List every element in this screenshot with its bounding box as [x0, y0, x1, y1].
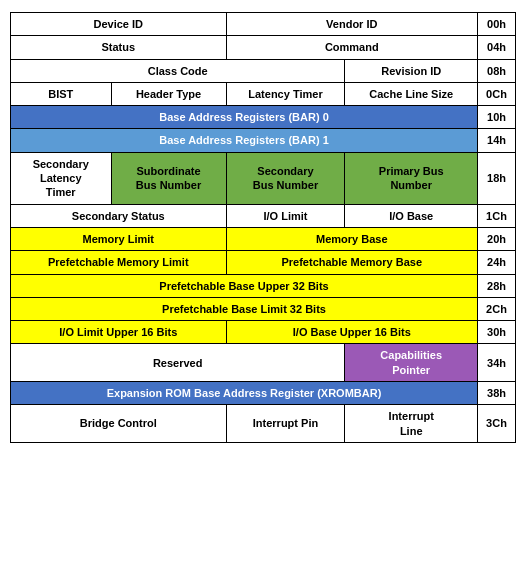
addr-r6: 18h	[478, 152, 516, 204]
cell-r6-c2: Secondary Bus Number	[226, 152, 345, 204]
cell-r9-c1: Prefetchable Memory Base	[226, 251, 477, 274]
cell-r6-c3: Primary Bus Number	[345, 152, 478, 204]
addr-r7: 1Ch	[478, 204, 516, 227]
addr-r5: 14h	[478, 129, 516, 152]
register-map: Device IDVendor ID00hStatusCommand04hCla…	[10, 10, 516, 443]
cell-r15-c0: Bridge Control	[11, 405, 227, 443]
cell-r5-c0: Base Address Registers (BAR) 1	[11, 129, 478, 152]
addr-r2: 08h	[478, 59, 516, 82]
cell-r3-c2: Latency Timer	[226, 82, 345, 105]
cell-r0-c1: Vendor ID	[226, 13, 477, 36]
cell-r14-c0: Expansion ROM Base Address Register (XRO…	[11, 382, 478, 405]
cell-r3-c0: BIST	[11, 82, 112, 105]
cell-r1-c1: Command	[226, 36, 477, 59]
cell-r7-c1: I/O Limit	[226, 204, 345, 227]
addr-r14: 38h	[478, 382, 516, 405]
addr-r1: 04h	[478, 36, 516, 59]
addr-r12: 30h	[478, 321, 516, 344]
cell-r6-c1: Subordinate Bus Number	[111, 152, 226, 204]
cell-r15-c2: Interrupt Line	[345, 405, 478, 443]
addr-r15: 3Ch	[478, 405, 516, 443]
addr-r9: 24h	[478, 251, 516, 274]
cell-r9-c0: Prefetchable Memory Limit	[11, 251, 227, 274]
cell-r8-c1: Memory Base	[226, 227, 477, 250]
cell-r6-c0: Secondary Latency Timer	[11, 152, 112, 204]
cell-r4-c0: Base Address Registers (BAR) 0	[11, 106, 478, 129]
addr-r3: 0Ch	[478, 82, 516, 105]
cell-r13-c1: Capabilities Pointer	[345, 344, 478, 382]
cell-r15-c1: Interrupt Pin	[226, 405, 345, 443]
cell-r10-c0: Prefetchable Base Upper 32 Bits	[11, 274, 478, 297]
cell-r7-c0: Secondary Status	[11, 204, 227, 227]
cell-r0-c0: Device ID	[11, 13, 227, 36]
cell-r3-c1: Header Type	[111, 82, 226, 105]
cell-r2-c1: Revision ID	[345, 59, 478, 82]
cell-r11-c0: Prefetchable Base Limit 32 Bits	[11, 297, 478, 320]
cell-r1-c0: Status	[11, 36, 227, 59]
cell-r12-c0: I/O Limit Upper 16 Bits	[11, 321, 227, 344]
cell-r7-c2: I/O Base	[345, 204, 478, 227]
addr-r8: 20h	[478, 227, 516, 250]
addr-r0: 00h	[478, 13, 516, 36]
addr-r13: 34h	[478, 344, 516, 382]
cell-r12-c1: I/O Base Upper 16 Bits	[226, 321, 477, 344]
cell-r8-c0: Memory Limit	[11, 227, 227, 250]
cell-r3-c3: Cache Line Size	[345, 82, 478, 105]
cell-r2-c0: Class Code	[11, 59, 345, 82]
register-table: Device IDVendor ID00hStatusCommand04hCla…	[10, 12, 516, 443]
cell-r13-c0: Reserved	[11, 344, 345, 382]
addr-r10: 28h	[478, 274, 516, 297]
addr-r11: 2Ch	[478, 297, 516, 320]
addr-r4: 10h	[478, 106, 516, 129]
